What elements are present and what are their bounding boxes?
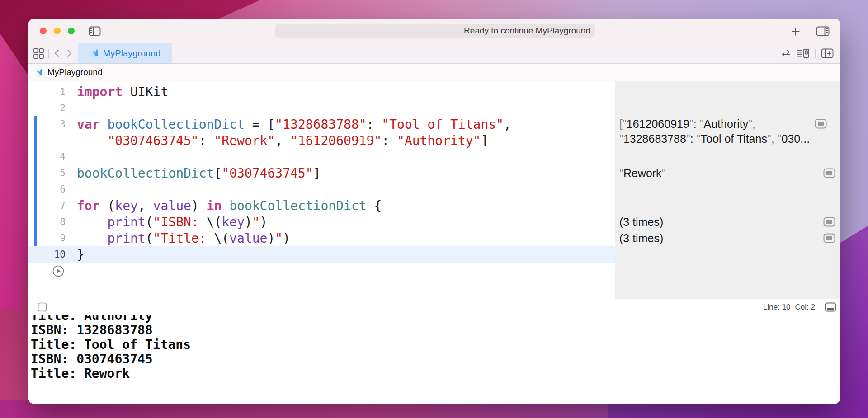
go-back-icon[interactable] [53, 48, 61, 58]
code-rows: 1import UIKit23var bookCollectionDict = … [28, 81, 615, 263]
playground-results-sidebar: ["1612060919": "Authority","1328683788":… [615, 81, 840, 299]
divider [48, 49, 49, 58]
debug-console: Title: Authority ISBN: 1328683788 Title:… [28, 315, 840, 404]
result-text-line: "1328683788": "Tool of Titans", "030... [619, 132, 831, 146]
result-text-line: (3 times) [619, 230, 840, 246]
zoom-button[interactable] [68, 28, 75, 34]
jump-bar: MyPlayground [28, 64, 840, 81]
code-line[interactable]: 3var bookCollectionDict = ["1328683788":… [28, 116, 615, 132]
cursor-line-indicator: Line: 10 [763, 303, 791, 312]
status-text: Ready to continue MyPlayground [464, 26, 590, 36]
code-line[interactable]: 9 print("Title: \(value)") [28, 230, 615, 246]
breadcrumb-file[interactable]: MyPlayground [47, 67, 102, 77]
code-text: print("ISBN: \(key)") [66, 215, 267, 230]
divider [815, 49, 816, 58]
tab-myplayground[interactable]: MyPlayground [78, 43, 172, 63]
add-editor-split-icon[interactable] [821, 48, 834, 58]
line-number[interactable]: 2 [28, 103, 66, 113]
result-text-line: ["1612060919": "Authority", [619, 117, 831, 132]
tab-overview-icon[interactable] [33, 48, 44, 59]
code-line[interactable]: 2 [28, 100, 615, 116]
code-line[interactable]: 5bookCollectionDict["0307463745"] [28, 165, 615, 181]
quick-look-icon[interactable] [823, 168, 835, 178]
code-text: bookCollectionDict["0307463745"] [66, 166, 321, 181]
quick-look-icon[interactable] [823, 217, 835, 227]
code-line[interactable]: "0307463745": "Rework", "1612060919": "A… [28, 132, 615, 149]
swift-icon [34, 68, 44, 77]
new-tab-plus-icon[interactable] [791, 27, 801, 37]
code-text: var bookCollectionDict = ["1328683788": … [66, 117, 511, 132]
line-number[interactable]: 1 [28, 86, 66, 97]
swift-icon [90, 48, 99, 58]
result-row: (3 times) [615, 214, 840, 230]
console-output: Title: Authority ISBN: 1328683788 Title:… [28, 315, 840, 381]
toggle-inspector-sidebar-icon[interactable] [816, 26, 830, 36]
code-line[interactable]: 7for (key, value) in bookCollectionDict … [28, 197, 615, 214]
source-editor[interactable]: 1import UIKit23var bookCollectionDict = … [28, 81, 615, 299]
editor-options-icon[interactable] [797, 48, 810, 58]
toggle-navigator-sidebar-icon[interactable] [89, 26, 101, 36]
minimize-button[interactable] [54, 28, 61, 34]
code-line[interactable]: 1import UIKit [28, 84, 615, 100]
line-number[interactable]: 10 [28, 249, 66, 260]
toggle-console-icon[interactable] [825, 302, 836, 312]
cursor-col-indicator: Col: 2 [795, 303, 815, 312]
quick-look-icon[interactable] [815, 119, 827, 129]
change-bar [34, 116, 37, 246]
xcode-playground-window: Ready to continue MyPlayground [28, 19, 840, 404]
run-playground-button[interactable] [52, 265, 64, 277]
code-line[interactable]: 4 [28, 149, 615, 165]
go-forward-icon[interactable] [65, 48, 73, 58]
tab-label: MyPlayground [103, 48, 161, 59]
result-row: "Rework" [615, 165, 840, 181]
code-text: for (key, value) in bookCollectionDict { [66, 198, 382, 213]
code-line[interactable]: 8 print("ISBN: \(key)") [28, 214, 615, 230]
title-bar: Ready to continue MyPlayground [28, 19, 840, 43]
result-row: ["1612060919": "Authority","1328683788":… [615, 116, 831, 146]
quick-look-icon[interactable] [823, 233, 835, 243]
result-text-line: "Rework" [619, 165, 840, 181]
code-text: "0307463745": "Rework", "1612060919": "A… [66, 133, 488, 148]
tab-bar: MyPlayground [28, 43, 840, 64]
code-text: print("Title: \(value)") [66, 231, 290, 246]
result-text-line: (3 times) [619, 214, 840, 230]
breakpoint-checkbox[interactable] [38, 302, 47, 312]
editor-area: 1import UIKit23var bookCollectionDict = … [28, 81, 840, 299]
related-items-swap-icon[interactable] [780, 48, 792, 58]
activity-status-view: Ready to continue MyPlayground [275, 24, 595, 38]
divider [820, 303, 820, 312]
code-line[interactable]: 6 [28, 181, 615, 197]
editor-bottom-bar: Line: 10 Col: 2 [28, 299, 840, 315]
code-text: import UIKit [66, 85, 168, 99]
close-button[interactable] [40, 28, 47, 34]
result-row: (3 times) [615, 230, 840, 246]
code-line-current[interactable]: 10} [28, 246, 615, 263]
code-text: } [66, 247, 85, 262]
